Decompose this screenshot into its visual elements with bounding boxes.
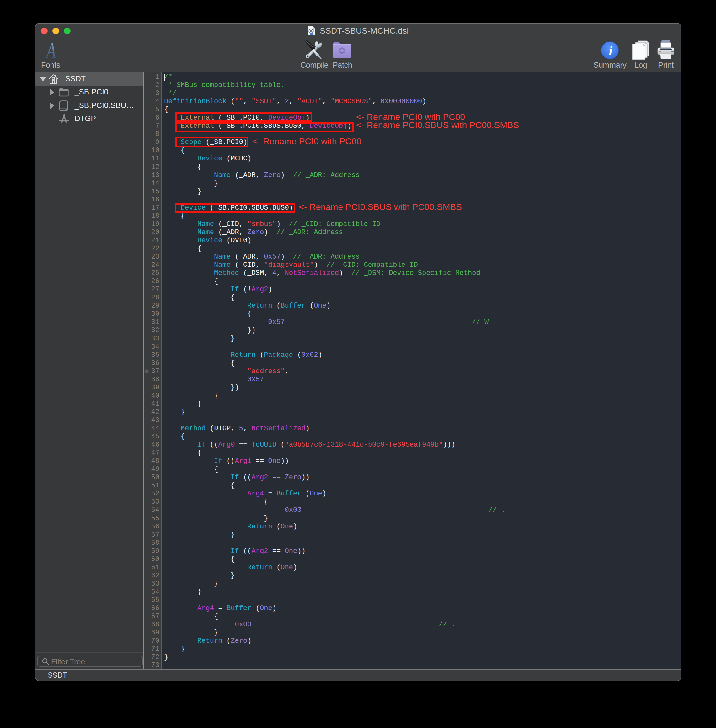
svg-text:i: i bbox=[609, 44, 613, 58]
